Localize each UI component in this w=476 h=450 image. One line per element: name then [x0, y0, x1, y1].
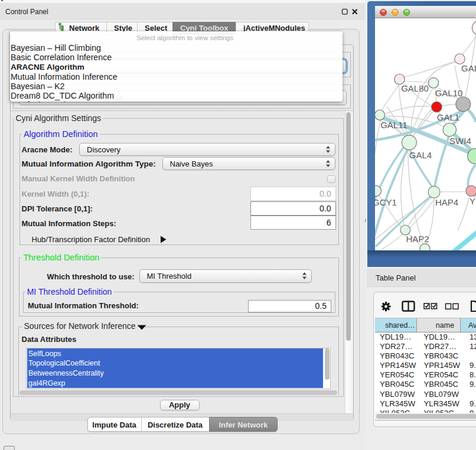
- svg-text:GAL11: GAL11: [380, 120, 407, 130]
- svg-text:GAL1: GAL1: [437, 112, 459, 122]
- svg-text:HAP2: HAP2: [406, 234, 429, 244]
- svg-text:HAP4: HAP4: [435, 197, 458, 207]
- svg-text:GCY1: GCY1: [375, 197, 397, 207]
- svg-text:GAL10: GAL10: [435, 88, 463, 98]
- svg-text:GAL80: GAL80: [401, 83, 429, 93]
- svg-text:SWI4: SWI4: [449, 136, 471, 146]
- svg-text:YEL: YEL: [470, 196, 476, 206]
- svg-text:GAL7: GAL7: [461, 63, 476, 73]
- svg-text:GAL4: GAL4: [409, 150, 432, 160]
